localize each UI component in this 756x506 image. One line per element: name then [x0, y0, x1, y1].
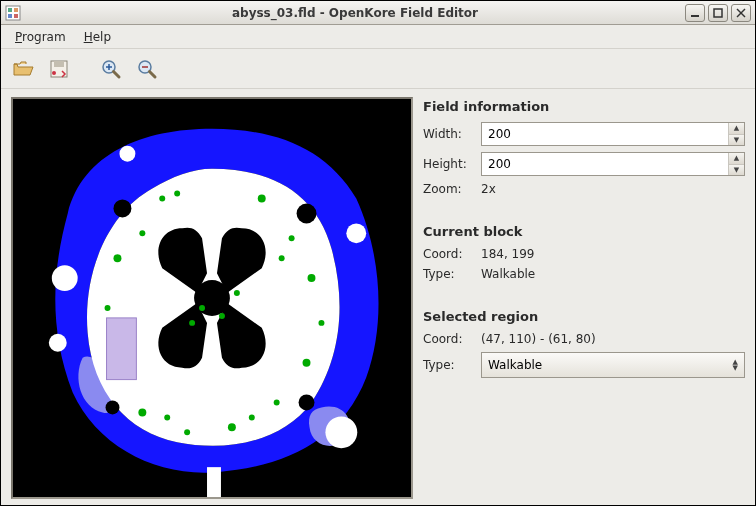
- app-icon: [5, 5, 21, 21]
- svg-point-34: [308, 274, 316, 282]
- height-spin-down[interactable]: ▼: [729, 165, 744, 176]
- svg-point-11: [52, 71, 56, 75]
- svg-point-30: [159, 196, 165, 202]
- svg-point-50: [279, 255, 285, 261]
- svg-point-21: [49, 334, 67, 352]
- svg-rect-4: [14, 14, 18, 18]
- side-panel: Field information Width: ▲ ▼ Height: ▲: [423, 97, 745, 495]
- region-type-label: Type:: [423, 358, 481, 372]
- field-map: [13, 99, 411, 497]
- svg-rect-6: [714, 9, 722, 17]
- menu-help[interactable]: Help: [76, 27, 119, 47]
- svg-point-51: [139, 230, 145, 236]
- svg-point-40: [138, 408, 146, 416]
- width-input[interactable]: [482, 123, 728, 145]
- svg-point-25: [194, 280, 230, 316]
- svg-rect-1: [8, 8, 12, 12]
- svg-point-45: [219, 313, 225, 319]
- block-type-label: Type:: [423, 267, 481, 281]
- svg-point-38: [228, 423, 236, 431]
- svg-point-49: [164, 414, 170, 420]
- zoom-in-icon: [100, 58, 122, 80]
- combo-arrow-icon: ▲▼: [733, 360, 738, 371]
- svg-point-32: [258, 195, 266, 203]
- open-button[interactable]: [9, 55, 37, 83]
- svg-point-37: [274, 399, 280, 405]
- svg-line-13: [114, 71, 120, 77]
- toolbar: [1, 49, 755, 89]
- save-button[interactable]: [45, 55, 73, 83]
- svg-point-20: [52, 265, 78, 291]
- svg-point-27: [297, 203, 317, 223]
- folder-open-icon: [12, 58, 34, 80]
- window-buttons: [685, 4, 751, 22]
- region-type-combo[interactable]: Walkable ▲▼: [481, 352, 745, 378]
- height-input[interactable]: [482, 153, 728, 175]
- region-coord-value: (47, 110) - (61, 80): [481, 332, 596, 346]
- svg-point-44: [199, 305, 205, 311]
- svg-rect-10: [54, 61, 64, 67]
- window-title: abyss_03.fld - OpenKore Field Editor: [25, 6, 685, 20]
- region-coord-label: Coord:: [423, 332, 481, 346]
- width-spin-down[interactable]: ▼: [729, 135, 744, 146]
- close-button[interactable]: [731, 4, 751, 22]
- zoom-out-icon: [136, 58, 158, 80]
- svg-rect-53: [107, 318, 137, 380]
- svg-point-29: [299, 395, 315, 411]
- zoom-out-button[interactable]: [133, 55, 161, 83]
- height-spin-up[interactable]: ▲: [729, 153, 744, 165]
- svg-point-26: [113, 199, 131, 217]
- titlebar[interactable]: abyss_03.fld - OpenKore Field Editor: [1, 1, 755, 25]
- menu-program[interactable]: Program: [7, 27, 74, 47]
- selected-region-heading: Selected region: [423, 309, 745, 324]
- svg-point-47: [234, 290, 240, 296]
- current-block-heading: Current block: [423, 224, 745, 239]
- region-type-selected: Walkable: [488, 358, 542, 372]
- svg-rect-3: [8, 14, 12, 18]
- svg-line-17: [150, 71, 156, 77]
- maximize-button[interactable]: [708, 4, 728, 22]
- zoom-value: 2x: [481, 182, 496, 196]
- map-viewport[interactable]: [11, 97, 413, 499]
- svg-point-43: [113, 254, 121, 262]
- main-window: abyss_03.fld - OpenKore Field Editor Pro…: [0, 0, 756, 506]
- zoom-label: Zoom:: [423, 182, 481, 196]
- field-info-heading: Field information: [423, 99, 745, 114]
- svg-point-24: [119, 146, 135, 162]
- svg-point-39: [184, 429, 190, 435]
- svg-point-42: [105, 305, 111, 311]
- svg-point-46: [189, 320, 195, 326]
- height-spinbox[interactable]: ▲ ▼: [481, 152, 745, 176]
- svg-point-28: [106, 400, 120, 414]
- save-icon: [48, 58, 70, 80]
- menubar: Program Help: [1, 25, 755, 49]
- svg-point-35: [318, 320, 324, 326]
- height-label: Height:: [423, 157, 481, 171]
- svg-point-33: [289, 235, 295, 241]
- svg-point-31: [174, 191, 180, 197]
- svg-point-22: [325, 416, 357, 448]
- block-type-value: Walkable: [481, 267, 535, 281]
- width-spinbox[interactable]: ▲ ▼: [481, 122, 745, 146]
- svg-point-48: [249, 414, 255, 420]
- content-area: Field information Width: ▲ ▼ Height: ▲: [1, 89, 755, 505]
- width-label: Width:: [423, 127, 481, 141]
- svg-point-23: [346, 223, 366, 243]
- svg-rect-2: [14, 8, 18, 12]
- block-coord-label: Coord:: [423, 247, 481, 261]
- minimize-button[interactable]: [685, 4, 705, 22]
- zoom-in-button[interactable]: [97, 55, 125, 83]
- menu-program-label: rogram: [22, 30, 66, 44]
- svg-point-36: [303, 359, 311, 367]
- menu-help-label: elp: [93, 30, 111, 44]
- width-spin-up[interactable]: ▲: [729, 123, 744, 135]
- svg-rect-52: [207, 467, 221, 497]
- block-coord-value: 184, 199: [481, 247, 534, 261]
